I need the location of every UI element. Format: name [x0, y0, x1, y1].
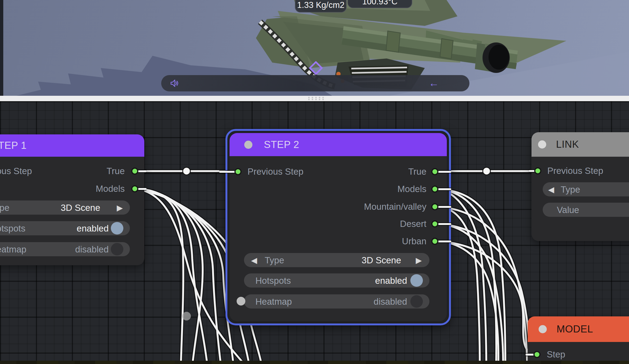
- port-label-mountain-valley: Mountain/valley: [364, 201, 426, 212]
- output-socket-desert[interactable]: [431, 220, 438, 227]
- heatmap-value: disabled: [374, 297, 407, 307]
- tank-barrel-ring-2: [440, 39, 453, 59]
- node-step2[interactable]: STEP 2 Previous Step True Models Mountai…: [230, 133, 447, 321]
- value-label: Value: [557, 205, 579, 215]
- input-socket-previous-step[interactable]: [234, 168, 242, 175]
- tank-barrel-ring-1: [386, 31, 400, 52]
- hotspots-toggle-row[interactable]: Hotspots enabled: [244, 273, 429, 288]
- port-label-previous-step: Previous Step: [0, 166, 32, 177]
- type-selector[interactable]: ◀ Type 3D Scene ▶: [0, 200, 130, 215]
- heatmap-toggle[interactable]: [111, 243, 123, 255]
- port-label-true: True: [408, 166, 426, 177]
- node-model[interactable]: MODEL Step: [528, 316, 629, 362]
- back-arrow-icon[interactable]: ←: [429, 77, 439, 89]
- viewer-toolbar[interactable]: ←: [161, 75, 469, 91]
- 3d-viewer-pane[interactable]: 1.33 Kg/cm2 100.93°C ←: [0, 0, 629, 96]
- type-value: 3D Scene: [362, 255, 401, 266]
- output-socket-urban[interactable]: [431, 238, 438, 245]
- type-label: Type: [0, 203, 10, 213]
- bottom-texture-strip: [0, 361, 629, 364]
- type-label: Type: [561, 184, 580, 195]
- pane-divider[interactable]: [0, 96, 629, 101]
- node-step1-header[interactable]: STEP 1: [0, 134, 144, 157]
- pressure-tooltip: 1.33 Kg/cm2: [295, 0, 347, 13]
- tank-muzzle-bore: [488, 45, 509, 70]
- hotspots-value: enabled: [375, 276, 407, 286]
- heatmap-toggle[interactable]: [410, 295, 423, 308]
- type-value: 3D Scene: [61, 203, 100, 213]
- heatmap-toggle-row[interactable]: Heatmap disabled: [0, 242, 130, 256]
- node-link-title: LINK: [556, 139, 579, 150]
- heatmap-label: Heatmap: [255, 297, 292, 307]
- wire-bead-faded[interactable]: [182, 312, 191, 320]
- speaker-icon[interactable]: [170, 79, 179, 88]
- hotspots-value: enabled: [77, 223, 109, 234]
- node-status-dot: [538, 140, 546, 149]
- value-field[interactable]: Value: [543, 203, 629, 217]
- output-socket-mountain-valley[interactable]: [431, 203, 438, 210]
- wire-bead-overlap[interactable]: [237, 297, 245, 306]
- hotspots-toggle-row[interactable]: Hotspots enabled: [0, 221, 130, 235]
- node-status-dot: [244, 141, 252, 149]
- viewer-left-strip: [0, 0, 3, 96]
- input-socket-previous-step[interactable]: [534, 167, 541, 174]
- port-label-models: Models: [96, 183, 125, 194]
- output-socket-models[interactable]: [431, 186, 438, 193]
- port-label-urban: Urban: [402, 236, 426, 247]
- input-socket-step[interactable]: [533, 351, 541, 358]
- node-link[interactable]: LINK Previous Step ◀ Type Value: [532, 132, 629, 241]
- node-graph-canvas[interactable]: STEP 1 Previous Step True Models ◀ Type …: [0, 101, 629, 364]
- temperature-tooltip-text: 100.93°C: [362, 0, 398, 7]
- heatmap-toggle-row[interactable]: Heatmap disabled: [244, 294, 429, 309]
- type-selector[interactable]: ◀ Type: [543, 182, 629, 196]
- node-step2-header[interactable]: STEP 2: [230, 133, 447, 156]
- next-option-icon[interactable]: ▶: [117, 203, 123, 212]
- wire-bead-left[interactable]: [183, 167, 190, 175]
- port-label-true: True: [106, 166, 125, 177]
- wire-bead-right[interactable]: [483, 167, 490, 175]
- hotspots-toggle[interactable]: [410, 274, 423, 287]
- app-window: 1.33 Kg/cm2 100.93°C ←: [0, 0, 629, 364]
- type-label: Type: [265, 255, 284, 266]
- heatmap-label: Heatmap: [0, 244, 26, 255]
- hotspots-toggle[interactable]: [111, 222, 123, 235]
- port-label-previous-step: Previous Step: [248, 166, 303, 177]
- node-link-header[interactable]: LINK: [532, 132, 629, 157]
- prev-option-icon[interactable]: ◀: [548, 185, 554, 194]
- node-step1-title: STEP 1: [0, 140, 27, 151]
- hotspots-label: Hotspots: [255, 276, 291, 286]
- output-socket-true[interactable]: [431, 168, 438, 175]
- next-option-icon[interactable]: ▶: [416, 256, 422, 265]
- divider-drag-handle-icon[interactable]: [308, 97, 324, 100]
- node-model-title: MODEL: [557, 323, 593, 335]
- port-label-previous-step: Previous Step: [547, 165, 603, 176]
- port-label-models: Models: [398, 184, 426, 195]
- output-socket-true[interactable]: [131, 168, 138, 175]
- heatmap-value: disabled: [75, 244, 109, 255]
- port-label-step: Step: [547, 349, 565, 360]
- port-label-desert: Desert: [400, 218, 426, 229]
- output-socket-models[interactable]: [131, 185, 138, 192]
- node-status-dot: [539, 325, 547, 333]
- temperature-tooltip: 100.93°C: [347, 0, 412, 8]
- type-selector[interactable]: ◀ Type 3D Scene ▶: [244, 253, 429, 267]
- pressure-tooltip-text: 1.33 Kg/cm2: [297, 0, 344, 10]
- node-model-header[interactable]: MODEL: [528, 316, 629, 342]
- node-step2-selected[interactable]: STEP 2 Previous Step True Models Mountai…: [225, 129, 451, 325]
- prev-option-icon[interactable]: ◀: [251, 256, 257, 265]
- node-step1[interactable]: STEP 1 Previous Step True Models ◀ Type …: [0, 134, 144, 265]
- hotspots-label: Hotspots: [0, 223, 25, 234]
- node-step2-title: STEP 2: [264, 139, 299, 150]
